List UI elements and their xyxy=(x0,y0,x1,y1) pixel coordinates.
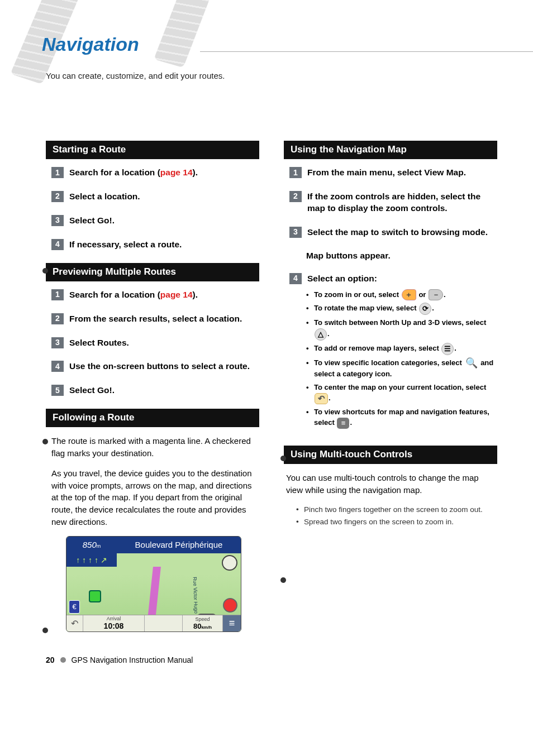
option-layers: To add or remove map layers, select ☰. xyxy=(306,343,497,355)
step-text: Select the map to switch to browsing mod… xyxy=(307,227,497,238)
map-distance-next-turn[interactable]: 850m xyxy=(66,537,117,553)
step-number: 1 xyxy=(51,289,64,300)
section-end-dot xyxy=(42,268,48,274)
step-number: 1 xyxy=(289,167,302,178)
map-top-bar: 850m Boulevard Périphérique xyxy=(66,537,241,553)
option-center: To center the map on your current locati… xyxy=(306,382,497,404)
map-street-name[interactable]: Boulevard Périphérique xyxy=(117,537,241,553)
step: 3 Select Go!. xyxy=(51,215,259,227)
step: 1 Search for a location (page 14). xyxy=(51,167,259,179)
page-number: 20 xyxy=(46,655,55,664)
step-text: If the zoom controls are hidden, select … xyxy=(307,191,497,214)
step-number: 4 xyxy=(289,273,302,284)
step: 1 From the main menu, select View Map. xyxy=(289,167,497,179)
arrival-label: Arrival xyxy=(107,616,121,621)
step-text: Use the on-screen buttons to select a ro… xyxy=(69,361,259,372)
step: 2 From the search results, select a loca… xyxy=(51,313,259,325)
option-rotate: To rotate the map view, select ⟳. xyxy=(306,303,497,315)
layers-icon[interactable]: ☰ xyxy=(441,343,454,355)
step: 4 Use the on-screen buttons to select a … xyxy=(51,361,259,372)
view-mode-icon[interactable]: △ xyxy=(315,328,327,341)
volume-button[interactable] xyxy=(222,555,237,571)
speed-field[interactable]: Speed 80km/h xyxy=(183,615,223,631)
zoom-in-icon[interactable]: ＋ xyxy=(402,289,416,300)
speed-label: Speed xyxy=(195,616,210,622)
step-number: 4 xyxy=(51,361,64,372)
step: 4 If necessary, select a route. xyxy=(51,239,259,251)
section-preview-routes: Previewing Multiple Routes xyxy=(46,263,259,281)
back-button[interactable]: ↶ xyxy=(66,615,83,631)
content-columns: Starting a Route 1 Search for a location… xyxy=(0,80,533,632)
opt-text: . xyxy=(329,394,331,402)
section-navigation-map: Using the Navigation Map xyxy=(284,141,497,159)
doc-title: GPS Navigation Instruction Manual xyxy=(72,655,193,664)
option-categories: To view specific location categories, se… xyxy=(306,357,497,380)
step-text: Select Routes. xyxy=(69,337,259,349)
section-multitouch: Using Multi-touch Controls xyxy=(284,446,497,464)
section-end-dot xyxy=(280,456,286,461)
search-icon[interactable]: 🔍 xyxy=(465,357,478,369)
fuel-price-icon[interactable]: € xyxy=(69,600,80,614)
step-text: Search for a location (page 14). xyxy=(69,167,259,179)
step: 3 Select Routes. xyxy=(51,337,259,349)
step-number: 1 xyxy=(51,167,64,178)
rotate-map-icon[interactable]: ⟳ xyxy=(419,303,431,315)
option-zoom: To zoom in or out, select ＋ or －. xyxy=(306,289,497,301)
intro-text: You can create, customize, and edit your… xyxy=(0,61,533,80)
map-screenshot: 850m Boulevard Périphérique ↑ ↑ ↑ ↑ ↗ Ru… xyxy=(66,536,241,632)
body-paragraph: As you travel, the device guides you to … xyxy=(51,467,254,528)
return-icon[interactable]: ↶ xyxy=(315,393,328,404)
step-number: 3 xyxy=(51,215,64,226)
step: 2 If the zoom controls are hidden, selec… xyxy=(289,191,497,214)
opt-text: . xyxy=(327,329,330,338)
map-lane-guidance: ↑ ↑ ↑ ↑ ↗ xyxy=(66,553,117,567)
map-route-line xyxy=(147,567,161,620)
step-number: 2 xyxy=(51,191,64,202)
step: 4 Select an option: xyxy=(289,273,497,285)
step-text: If necessary, select a route. xyxy=(69,239,259,251)
step-text-pre: Search for a location ( xyxy=(69,168,160,177)
step-text: From the main menu, select View Map. xyxy=(307,167,497,179)
option-3d-view: To switch between North Up and 3-D views… xyxy=(306,317,497,341)
section-end-dot xyxy=(280,577,286,583)
opt-text: or xyxy=(417,290,428,299)
speed-value: 80km/h xyxy=(193,622,212,630)
opt-text: . xyxy=(350,418,352,427)
step-number: 3 xyxy=(51,337,64,348)
map-poi-icon[interactable] xyxy=(89,590,101,602)
step: 3 Select the map to switch to browsing m… xyxy=(289,227,497,238)
speed-unit: km/h xyxy=(201,625,212,630)
cancel-route-button[interactable] xyxy=(223,598,237,613)
footer-dot-icon xyxy=(60,657,66,663)
page-link[interactable]: page 14 xyxy=(160,290,193,299)
body-paragraph: You can use multi-touch controls to chan… xyxy=(286,472,492,496)
step-text-post: ). xyxy=(193,168,198,177)
step: 5 Select Go!. xyxy=(51,385,259,396)
page-link[interactable]: page 14 xyxy=(160,168,193,177)
step-text-pre: Search for a location ( xyxy=(69,290,160,299)
option-shortcuts: To view shortcuts for map and navigation… xyxy=(306,406,497,429)
map-bottom-bar: ↶ Arrival 10:08 Speed 80km/h ≡ xyxy=(66,615,241,631)
step-text: Select an option: xyxy=(307,273,497,285)
option-list: To zoom in or out, select ＋ or －. To rot… xyxy=(306,289,497,429)
step-text-post: ). xyxy=(193,290,198,299)
opt-text: . xyxy=(444,290,446,299)
map-distance-unit: m xyxy=(97,543,101,549)
opt-text: . xyxy=(454,344,456,352)
page-header: Navigation xyxy=(0,0,533,55)
map-menu-button[interactable]: ≡ xyxy=(223,615,241,631)
opt-text: To center the map on your current locati… xyxy=(314,383,486,391)
step-note: Map buttons appear. xyxy=(306,251,497,261)
arrival-field[interactable]: Arrival 10:08 xyxy=(83,615,145,631)
step: 1 Search for a location (page 14). xyxy=(51,289,259,301)
multitouch-list: Pinch two fingers together on the screen… xyxy=(296,504,497,528)
opt-text: To switch between North Up and 3-D views… xyxy=(314,318,486,327)
left-column: Starting a Route 1 Search for a location… xyxy=(46,141,259,632)
zoom-out-icon[interactable]: － xyxy=(429,289,443,300)
step-number: 3 xyxy=(289,227,302,238)
opt-text: To view specific location categories, se… xyxy=(314,358,464,367)
map-distance-value: 850 xyxy=(83,540,97,549)
page-footer: 20 GPS Navigation Instruction Manual xyxy=(0,632,533,680)
menu-icon[interactable]: ≡ xyxy=(337,418,349,429)
page-title: Navigation xyxy=(42,34,533,55)
